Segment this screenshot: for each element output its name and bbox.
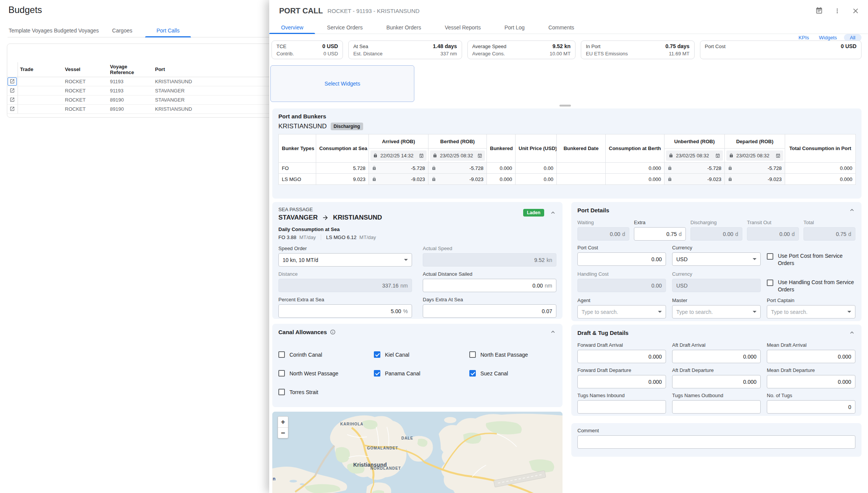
agent-search-select[interactable]: Type to search. [577,305,666,318]
lock-icon [668,177,672,181]
checkbox-panama-canal[interactable]: Panama Canal [374,370,469,377]
checkbox[interactable] [469,351,476,358]
bunkers-table: Bunker Types Consumption at Sea Arrived … [278,134,856,185]
calendar-icon[interactable] [815,7,823,15]
tab-overview[interactable]: Overview [269,21,315,34]
tab-comments[interactable]: Comments [537,21,586,34]
calendar-icon[interactable] [776,153,781,158]
checkbox[interactable] [278,389,285,395]
open-port-call-button[interactable] [8,87,17,95]
chevron-down-icon [753,258,756,260]
calendar-icon[interactable] [419,153,424,158]
kebab-menu-icon[interactable] [834,7,841,15]
status-badge: Discharging [331,123,363,130]
port-captain-search-select[interactable]: Type to search. [767,305,855,318]
chevron-down-icon [404,259,408,261]
kpi-at-sea: At Sea1.48 days Est. Distance337 nm [348,40,462,59]
tab-service-orders[interactable]: Service Orders [315,21,374,34]
daily-consumption-values: FO 3.88 MT/day LS MGO 6.12 MT/day [278,234,556,240]
checkbox-north-west-passage[interactable]: North West Passage [278,370,374,377]
checkbox-suez-canal[interactable]: Suez Canal [469,370,556,377]
forward-draft-arrival-input[interactable]: 0.000 [577,350,666,363]
tugs-names-outbound-input[interactable] [672,400,761,414]
tugs-names-inbound-input[interactable] [577,400,666,414]
col-voyage-reference: Voyage Reference [108,62,153,77]
open-port-call-button[interactable] [8,105,17,113]
info-icon[interactable] [330,329,336,335]
open-in-new-icon [10,88,15,93]
lock-icon [372,177,377,181]
lock-icon [433,153,437,158]
checkbox-north-east-passage[interactable]: North East Passage [469,351,556,358]
collapse-chevron-icon[interactable] [550,328,556,335]
port-cost-currency-select[interactable]: USD [672,252,761,266]
tab-port-log[interactable]: Port Log [493,21,537,34]
port-cost-input[interactable]: 0.00 [577,252,666,266]
tab-template-voyages[interactable]: Template Voyages [8,24,53,37]
lock-icon [432,177,436,181]
master-search-select[interactable]: Type to search. [672,305,761,318]
origin-port: STAVANGER [278,214,318,221]
map-canvas[interactable]: KARIHOLA GOMALANDET DALE Kristiansund NO… [272,412,563,493]
forward-draft-departure-input[interactable]: 0.000 [577,375,666,388]
col-vessel: Vessel [63,62,108,77]
speed-order-select[interactable]: 10 kn, 10 MT/d [278,253,412,267]
route-arrow-icon [322,214,329,221]
kpi-port-cost: Port Cost0 USD [700,40,862,59]
checkbox[interactable] [374,370,380,377]
calendar-icon[interactable] [715,153,720,158]
extra-input[interactable]: 0.75d [634,227,686,241]
use-port-cost-checkbox[interactable]: Use Port Cost from Service Orders [767,245,855,267]
arrived-date-input[interactable]: 22/02/25 14:32 [370,150,427,161]
section-label: SEA PASSAGE [278,207,382,212]
checkbox[interactable] [278,351,285,358]
percent-extra-at-sea-input[interactable]: 5.00% [278,304,412,318]
checkbox[interactable] [374,351,380,358]
days-extra-at-sea-input[interactable]: 0.07 [423,304,556,318]
mean-draft-departure-input[interactable]: 0.000 [767,375,855,388]
tab-vessel-reports[interactable]: Vessel Reports [433,21,493,34]
col-bunkered-date: Bunkered Date [557,134,606,163]
actual-distance-sailed-input[interactable]: 0.00nm [423,279,556,292]
select-widgets-link[interactable]: Select Widgets [325,81,360,87]
aft-draft-arrival-input[interactable]: 0.000 [672,350,761,363]
open-port-call-button[interactable] [8,96,17,104]
collapse-chevron-icon[interactable] [849,207,855,213]
checkbox-corinth-canal[interactable]: Corinth Canal [278,351,374,358]
comment-input[interactable] [577,435,855,449]
tab-port-calls[interactable]: Port Calls [145,24,191,37]
zoom-out-button[interactable]: − [278,427,288,438]
checkbox[interactable] [278,370,285,377]
drag-handle[interactable] [559,105,571,107]
col-consumption-at-berth: Consumption at Berth [606,134,664,163]
checkbox[interactable] [469,370,476,377]
unberthed-date-input[interactable]: 23/02/25 08:32 [666,150,723,161]
close-icon[interactable] [852,7,860,15]
col-consumption-at-sea: Consumption at Sea [316,134,369,163]
collapse-chevron-icon[interactable] [849,329,855,336]
select-widgets-box[interactable]: Select Widgets [270,65,414,102]
checkbox-kiel-canal[interactable]: Kiel Canal [374,351,469,358]
checkbox-torres-strait[interactable]: Torres Strait [278,389,374,395]
berthed-date-input[interactable]: 23/02/25 08:32 [430,150,485,161]
mean-draft-arrival-input[interactable]: 0.000 [767,350,855,363]
aft-draft-departure-input[interactable]: 0.000 [672,375,761,388]
checkbox[interactable] [767,280,773,286]
checkbox[interactable] [767,253,773,260]
departed-date-input[interactable]: 23/02/25 08:32 [726,150,783,161]
col-bunkered: Bunkered [487,134,516,163]
canal-allowances-section: Canal Allowances Corinth Canal Kiel Cana… [272,324,563,407]
tab-budgeted-voyages[interactable]: Budgeted Voyages [53,24,99,37]
use-handling-cost-checkbox[interactable]: Use Handling Cost from Service Orders [767,271,855,293]
collapse-chevron-icon[interactable] [550,209,556,216]
total-input: 0.75d [803,227,855,241]
port-map[interactable]: KARIHOLA GOMALANDET DALE Kristiansund NO… [272,412,563,493]
col-trade: Trade [18,62,63,77]
kpi-average-speed: Average Speed9.52 kn Average Cons.10.00 … [467,40,576,59]
calendar-icon[interactable] [477,153,482,158]
zoom-in-button[interactable]: + [278,417,288,427]
no-of-tugs-input[interactable]: 0 [767,400,855,414]
tab-bunker-orders[interactable]: Bunker Orders [375,21,433,34]
open-port-call-button[interactable] [8,78,17,86]
tab-cargoes[interactable]: Cargoes [99,24,145,37]
